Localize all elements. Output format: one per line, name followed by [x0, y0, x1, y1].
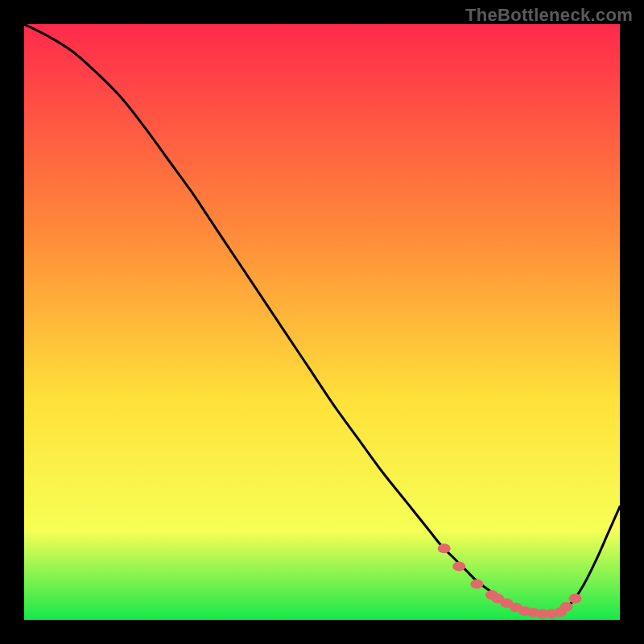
marker-dot — [559, 602, 572, 612]
watermark-text: TheBottleneck.com — [465, 5, 633, 26]
chart-frame: TheBottleneck.com — [0, 0, 644, 644]
marker-dot — [470, 580, 483, 589]
marker-dot — [452, 561, 465, 571]
chart-svg — [24, 24, 620, 620]
gradient-background — [24, 24, 620, 620]
plot-area — [24, 24, 620, 620]
marker-dot — [569, 593, 582, 603]
marker-dot — [438, 543, 451, 553]
